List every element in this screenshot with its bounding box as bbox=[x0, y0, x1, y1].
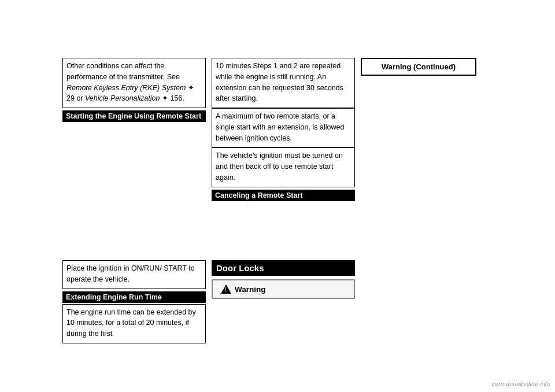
bottom-left-text1: Place the ignition in ON/RUN/ START to o… bbox=[66, 263, 202, 285]
mid-text3-block: The vehicle's ignition must be turned on… bbox=[212, 147, 355, 187]
warning-continued-label: Warning (Continued) bbox=[382, 62, 456, 71]
warning-label: Warning bbox=[235, 285, 266, 294]
intro-text-block: Other conditions can affect the performa… bbox=[62, 58, 206, 108]
warning-continued-box: Warning (Continued) bbox=[361, 58, 476, 76]
starting-engine-header: Starting the Engine Using Remote Start bbox=[62, 110, 206, 122]
mid-text1: 10 minutes Steps 1 and 2 are repeated wh… bbox=[216, 61, 351, 104]
intro-text: Other conditions can affect the performa… bbox=[66, 61, 202, 104]
watermark: carmanualonline.info bbox=[491, 380, 550, 387]
right-column: Warning (Continued) bbox=[361, 58, 476, 76]
bottom-left-text1-block: Place the ignition in ON/RUN/ START to o… bbox=[62, 260, 206, 289]
bottom-left-text2-block: The engine run time can be extended by 1… bbox=[62, 304, 206, 343]
mid-text2: A maximum of two remote starts, or a sin… bbox=[216, 111, 351, 143]
left-column: Other conditions can affect the performa… bbox=[62, 58, 206, 123]
warning-box: Warning bbox=[212, 279, 355, 299]
extending-run-time-header: Extending Engine Run Time bbox=[62, 291, 206, 303]
mid-text2-block: A maximum of two remote starts, or a sin… bbox=[212, 108, 355, 147]
mid-text3: The vehicle's ignition must be turned on… bbox=[216, 150, 351, 183]
mid-column: 10 minutes Steps 1 and 2 are repeated wh… bbox=[212, 58, 355, 202]
warning-triangle-icon bbox=[221, 284, 231, 294]
bottom-left-text2: The engine run time can be extended by 1… bbox=[66, 307, 202, 339]
bottom-mid-column: Door Locks Warning bbox=[212, 260, 355, 299]
canceling-remote-start-header: Canceling a Remote Start bbox=[212, 190, 355, 201]
bottom-left-column: Place the ignition in ON/RUN/ START to o… bbox=[62, 260, 206, 343]
mid-text1-block: 10 minutes Steps 1 and 2 are repeated wh… bbox=[212, 58, 355, 108]
page-container: Warning (Continued) Other conditions can… bbox=[0, 0, 555, 392]
door-locks-header: Door Locks bbox=[212, 260, 355, 276]
